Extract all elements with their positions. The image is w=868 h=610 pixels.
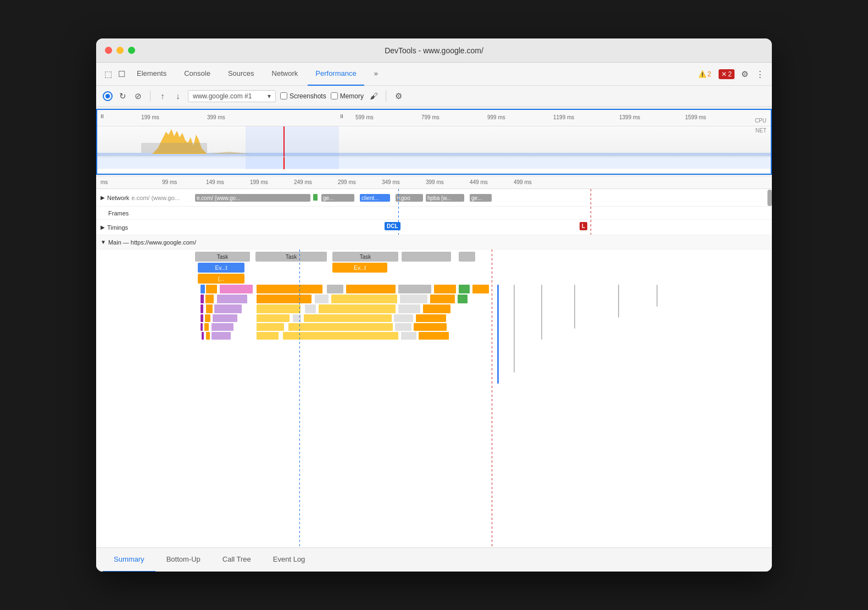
flame-green-1 (459, 285, 470, 293)
bottom-tabs-bar: Summary Bottom-Up Call Tree Event Log (96, 547, 772, 572)
flame-yellow-4 (434, 285, 456, 293)
flame-yellow-14 (414, 323, 447, 331)
scroll-indicator[interactable] (767, 190, 772, 206)
network-label: Network (107, 195, 129, 201)
flame-gray-3 (315, 295, 329, 303)
flame-lavender-2 (214, 304, 242, 313)
flame-yellow-2 (257, 285, 322, 293)
bottom-timescale: ms 99 ms 149 ms 199 ms 249 ms 299 ms 349… (96, 177, 772, 189)
tab-call-tree[interactable]: Call Tree (212, 548, 262, 572)
close-button[interactable] (105, 47, 112, 54)
frames-label: Frames (96, 210, 195, 217)
toolbar-right: ⚠️ 2 ✕ 2 ⚙ ⋮ (695, 69, 765, 80)
minimize-button[interactable] (116, 47, 124, 54)
tab-sources[interactable]: Sources (220, 63, 262, 86)
load-dashed-line (591, 189, 591, 206)
title-bar: DevTools - www.google.com/ (96, 38, 772, 63)
flame-yellow-7 (257, 295, 311, 303)
memory-checkbox[interactable] (331, 92, 338, 99)
tab-network[interactable]: Network (264, 63, 306, 86)
brush-icon[interactable]: 🖌 (368, 91, 379, 102)
cursor-icon[interactable]: ⬚ (103, 69, 114, 80)
record-inner-dot (105, 94, 110, 98)
screenshots-checkbox[interactable] (280, 92, 287, 99)
net-bar-green (313, 194, 318, 201)
flame-lightyellow-5 (304, 314, 392, 322)
cpu-label: CPU (755, 118, 766, 124)
flame-lavender-5 (212, 332, 231, 340)
svg-rect-1 (141, 143, 207, 153)
flame-purple-3 (201, 304, 203, 313)
func-bar-1[interactable]: (... (198, 274, 244, 284)
flame-lavender-3 (213, 314, 237, 322)
net-overview-svg (97, 157, 771, 169)
task-bar-3[interactable]: Task (332, 252, 398, 262)
timings-label-text: Timings (107, 224, 128, 231)
url-display[interactable]: www.google.com #1 ▾ (188, 90, 276, 102)
flame-lavender-4 (212, 323, 233, 331)
dcl-dashed-line (398, 189, 399, 206)
inspect-icon[interactable]: ☐ (116, 69, 127, 80)
flame-yellow-13 (204, 323, 209, 331)
memory-checkbox-group[interactable]: Memory (331, 92, 364, 100)
net-bar-hpba-label: hpba (w... (427, 195, 451, 201)
more-options-icon[interactable]: ⋮ (754, 69, 765, 80)
task-bar-1[interactable]: Task (195, 252, 250, 262)
task-bar-4[interactable] (402, 252, 451, 262)
task-bar-2[interactable]: Task (255, 252, 327, 262)
task-bar-5[interactable] (459, 252, 475, 262)
svg-rect-3 (246, 126, 339, 157)
devtools-window: DevTools - www.google.com/ ⬚ ☐ Elements … (96, 38, 772, 572)
flame-purple-4 (201, 314, 203, 322)
event-bar-2[interactable]: Ev...t (332, 263, 387, 273)
flame-gray-4 (400, 295, 427, 303)
overview-area: ⏸ 199 ms 399 ms ⏸ 599 ms 799 ms 999 ms 1… (96, 109, 772, 175)
clear-icon[interactable]: ⊘ (132, 91, 143, 102)
secondary-toolbar: ↻ ⊘ ↑ ↓ www.google.com #1 ▾ Screenshots … (96, 86, 772, 107)
record-button[interactable] (103, 91, 113, 101)
pause-indicator-left: ⏸ (99, 113, 105, 119)
tick-1199ms: 1199 ms (553, 114, 574, 120)
main-expand-icon[interactable]: ▼ (101, 239, 106, 245)
network-bar-main-label: e.com/ (www.go... (197, 195, 240, 201)
upload-icon[interactable]: ↑ (157, 91, 168, 102)
flame-load-line (492, 249, 492, 547)
tick-0ms: ms (101, 179, 108, 185)
errors-badge[interactable]: ✕ 2 (719, 69, 735, 79)
flame-gray-1 (327, 285, 343, 293)
warning-icon: ⚠️ (698, 70, 706, 78)
flame-blue-1 (201, 285, 205, 293)
screenshots-checkbox-group[interactable]: Screenshots (280, 92, 326, 100)
capture-settings-icon[interactable]: ⚙ (393, 91, 404, 102)
tick-199ms: 199 ms (141, 114, 159, 120)
tab-performance[interactable]: Performance (308, 63, 364, 86)
tab-console[interactable]: Console (176, 63, 218, 86)
flame-lightyellow-3 (319, 304, 396, 313)
tab-elements[interactable]: Elements (129, 63, 174, 86)
tab-event-log[interactable]: Event Log (262, 548, 316, 572)
flame-gray-tall5 (656, 285, 658, 307)
event-bar-1[interactable]: Ev...t (198, 263, 244, 273)
network-bar-hpba: hpba (w... (426, 194, 464, 202)
flame-yellow-1 (206, 285, 217, 293)
flame-yellow-8 (430, 295, 455, 303)
tick-b-399ms: 399 ms (426, 179, 444, 185)
flame-lightyellow-7 (288, 323, 393, 331)
timings-track: ▶ Timings DCL L (96, 220, 772, 235)
reload-icon[interactable]: ↻ (117, 91, 128, 102)
cpu-chart: NET (97, 126, 771, 157)
maximize-button[interactable] (128, 47, 135, 54)
tab-more[interactable]: » (366, 63, 386, 86)
tick-b-149ms: 149 ms (206, 179, 224, 185)
tab-bottom-up[interactable]: Bottom-Up (155, 548, 212, 572)
flame-yellow-9 (206, 304, 213, 313)
network-expand-icon[interactable]: ▶ (101, 195, 105, 201)
flame-yellow-3 (346, 285, 396, 293)
tab-summary[interactable]: Summary (103, 548, 155, 572)
timings-expand-icon[interactable]: ▶ (101, 224, 105, 230)
warnings-badge[interactable]: ⚠️ 2 (695, 69, 715, 79)
download-icon[interactable]: ↓ (173, 91, 183, 102)
settings-icon[interactable]: ⚙ (739, 69, 750, 80)
timings-load-line (591, 220, 591, 235)
flame-purple-5 (201, 323, 203, 331)
